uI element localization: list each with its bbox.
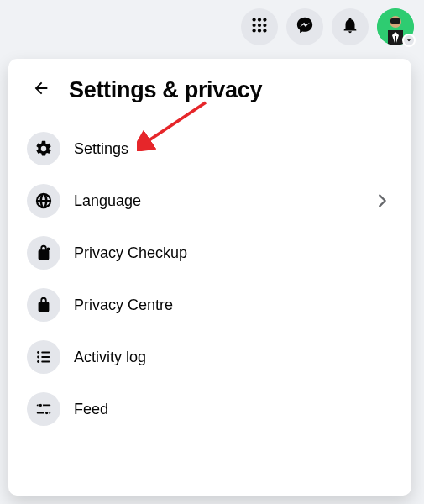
profile-avatar[interactable] (377, 8, 414, 45)
menu-item-privacy-checkup[interactable]: Privacy Checkup (20, 227, 400, 279)
gear-icon (27, 132, 60, 165)
svg-point-0 (252, 18, 255, 21)
menu-item-language[interactable]: Language (20, 175, 400, 227)
lock-icon (27, 288, 60, 322)
menu-label: Settings (74, 140, 393, 158)
notifications-button[interactable] (332, 8, 369, 45)
svg-rect-14 (395, 36, 396, 45)
svg-point-2 (263, 18, 266, 21)
svg-point-3 (252, 24, 255, 27)
panel-header: Settings & privacy (20, 74, 400, 106)
menu-apps-button[interactable] (241, 8, 278, 45)
chevron-down-icon (402, 34, 416, 47)
chevron-right-icon (371, 192, 393, 210)
svg-rect-21 (41, 361, 50, 363)
menu-label: Activity log (74, 349, 393, 366)
svg-point-15 (46, 247, 50, 250)
svg-point-25 (44, 411, 48, 414)
svg-point-17 (37, 356, 39, 359)
panel-title: Settings & privacy (69, 77, 262, 103)
svg-point-8 (263, 29, 266, 32)
menu-label: Privacy Centre (74, 297, 393, 314)
svg-point-18 (37, 360, 39, 363)
svg-rect-19 (41, 352, 50, 354)
lock-heart-icon (27, 236, 60, 270)
svg-point-5 (263, 24, 266, 27)
messenger-icon (296, 16, 314, 38)
menu-item-feed[interactable]: Feed (20, 383, 400, 435)
back-button[interactable] (25, 74, 57, 106)
globe-icon (27, 184, 60, 218)
grid-icon (250, 16, 269, 38)
svg-point-7 (258, 29, 261, 32)
svg-rect-11 (390, 18, 400, 24)
svg-point-23 (39, 403, 42, 407)
menu-item-settings[interactable]: Settings (20, 123, 400, 175)
messenger-button[interactable] (286, 8, 323, 45)
sliders-icon (27, 392, 60, 426)
settings-privacy-panel: Settings & privacy Settings Language Pri… (8, 59, 411, 496)
topbar (241, 8, 414, 45)
menu-item-privacy-centre[interactable]: Privacy Centre (20, 279, 400, 331)
menu-list: Settings Language Privacy Checkup Privac… (20, 123, 400, 435)
menu-label: Language (74, 192, 358, 210)
svg-point-16 (37, 351, 39, 354)
svg-point-6 (252, 29, 255, 32)
menu-item-activity-log[interactable]: Activity log (20, 331, 400, 383)
arrow-left-icon (32, 79, 50, 101)
list-icon (27, 340, 60, 374)
svg-point-1 (258, 18, 261, 21)
menu-label: Feed (74, 401, 393, 418)
menu-label: Privacy Checkup (74, 244, 393, 262)
svg-point-4 (258, 24, 261, 27)
bell-icon (341, 16, 359, 38)
svg-rect-20 (41, 356, 50, 358)
